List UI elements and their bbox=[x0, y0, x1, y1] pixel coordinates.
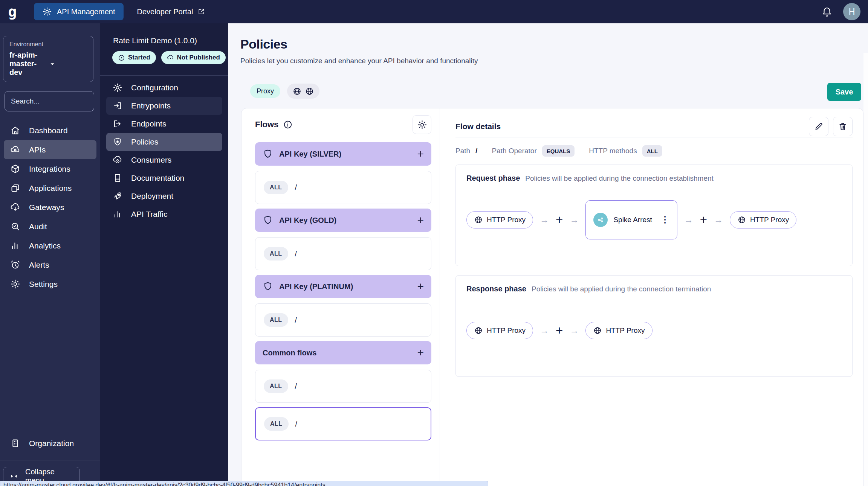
building-icon bbox=[10, 438, 20, 448]
rocket-icon bbox=[113, 191, 122, 201]
bar-chart-icon bbox=[10, 241, 20, 251]
add-policy-button[interactable]: + bbox=[700, 213, 707, 226]
api-item-label: API Traffic bbox=[131, 210, 167, 219]
sidebar-item-label: Organization bbox=[29, 439, 74, 448]
api-title: Rate Limit Demo (1.0.0) bbox=[100, 23, 228, 45]
flows-settings-button[interactable] bbox=[413, 115, 431, 134]
add-flow-button[interactable]: + bbox=[417, 148, 424, 160]
policy-step-spike-arrest[interactable]: Spike Arrest ⋮ bbox=[585, 200, 677, 239]
path-value: / bbox=[475, 147, 477, 155]
api-item-api-traffic[interactable]: API Traffic bbox=[106, 205, 222, 223]
cloud-gear-icon bbox=[10, 145, 20, 155]
sidebar-divider bbox=[0, 460, 100, 460]
api-item-entrypoints[interactable]: Entrypoints bbox=[106, 97, 222, 115]
sidebar-item-organization[interactable]: Organization bbox=[4, 434, 96, 453]
windows-icon bbox=[10, 183, 20, 193]
method-badge: ALL bbox=[264, 247, 288, 261]
edit-flow-button[interactable] bbox=[809, 117, 828, 136]
flow-group-label: API Key (GOLD) bbox=[279, 216, 336, 225]
endpoint-connector: HTTP Proxy bbox=[585, 322, 652, 339]
sidebar-item-label: Applications bbox=[29, 184, 72, 193]
collapse-icon bbox=[9, 472, 18, 481]
delete-flow-button[interactable] bbox=[833, 117, 853, 136]
sidebar-item-dashboard[interactable]: Dashboard bbox=[4, 121, 96, 140]
notifications-bell-icon[interactable] bbox=[821, 6, 833, 17]
connector-chip bbox=[287, 84, 319, 99]
page-subtitle: Policies let you customize and enhance y… bbox=[228, 52, 868, 65]
api-type-chips: Proxy bbox=[250, 84, 319, 99]
flow-group-api-key-silver[interactable]: API Key (SILVER) + bbox=[255, 142, 431, 166]
save-button[interactable]: Save bbox=[827, 83, 861, 101]
api-status-badges: Started Not Published bbox=[112, 51, 228, 64]
sidebar-item-label: Alerts bbox=[29, 261, 49, 270]
flow-item[interactable]: ALL / bbox=[255, 303, 431, 337]
home-icon bbox=[10, 125, 20, 136]
add-flow-button[interactable]: + bbox=[417, 214, 424, 227]
status-badge-started: Started bbox=[112, 51, 156, 64]
sidebar-item-audit[interactable]: Audit bbox=[4, 217, 96, 236]
policy-label: Spike Arrest bbox=[613, 216, 652, 224]
proxy-chip: Proxy bbox=[250, 84, 280, 98]
add-flow-button[interactable]: + bbox=[417, 346, 424, 359]
flow-path: / bbox=[295, 316, 297, 325]
api-item-label: Consumers bbox=[131, 155, 171, 165]
sidebar-item-applications[interactable]: Applications bbox=[4, 178, 96, 198]
sidebar-item-apis[interactable]: APIs bbox=[4, 140, 96, 159]
play-circle-icon bbox=[118, 54, 125, 61]
flow-group-common-flows[interactable]: Common flows + bbox=[255, 341, 431, 364]
sidebar-item-alerts[interactable]: Alerts bbox=[4, 255, 96, 274]
chevron-down-icon bbox=[48, 60, 87, 68]
sidebar-item-gateways[interactable]: Gateways bbox=[4, 198, 96, 217]
gravitee-logo[interactable]: g bbox=[0, 5, 25, 19]
flow-details-title: Flow details bbox=[455, 122, 501, 131]
flow-item[interactable]: ALL / bbox=[255, 171, 431, 204]
connector-label: HTTP Proxy bbox=[750, 216, 789, 224]
add-policy-button[interactable]: + bbox=[556, 324, 563, 337]
flow-path: / bbox=[295, 250, 297, 258]
api-item-endpoints[interactable]: Endpoints bbox=[106, 115, 222, 133]
flow-arrow-icon: → bbox=[540, 215, 549, 224]
cloud-user-icon bbox=[113, 155, 122, 165]
sidebar-item-settings[interactable]: Settings bbox=[4, 274, 96, 294]
policy-menu-button[interactable]: ⋮ bbox=[661, 215, 669, 225]
api-management-button[interactable]: API Management bbox=[34, 3, 124, 20]
flow-arrow-icon: → bbox=[714, 215, 723, 224]
flow-item[interactable]: ALL / bbox=[255, 370, 431, 403]
flow-group-api-key-platinum[interactable]: API Key (PLATINUM) + bbox=[255, 275, 431, 298]
main-content: Policies Policies let you customize and … bbox=[228, 23, 868, 486]
environment-select[interactable]: Environment fr-apim-master-dev bbox=[3, 36, 93, 82]
api-item-policies[interactable]: Policies bbox=[106, 133, 222, 151]
add-policy-button[interactable]: + bbox=[556, 213, 563, 226]
info-icon[interactable] bbox=[283, 120, 293, 129]
api-item-documentation[interactable]: Documentation bbox=[106, 169, 222, 187]
flows-title: Flows bbox=[255, 120, 278, 129]
search-check-icon bbox=[10, 221, 20, 232]
scrollbar-track[interactable] bbox=[863, 53, 868, 486]
developer-portal-label: Developer Portal bbox=[137, 8, 193, 16]
developer-portal-link[interactable]: Developer Portal bbox=[137, 8, 205, 16]
book-icon bbox=[113, 173, 122, 183]
path-label: Path bbox=[455, 147, 470, 155]
sidebar-item-integrations[interactable]: Integrations bbox=[4, 159, 96, 178]
cube-icon bbox=[10, 164, 20, 174]
add-flow-button[interactable]: + bbox=[417, 280, 424, 293]
flow-group-api-key-gold[interactable]: API Key (GOLD) + bbox=[255, 209, 431, 232]
flow-item[interactable]: ALL / bbox=[255, 237, 431, 270]
sidebar-search bbox=[5, 91, 94, 111]
api-item-configuration[interactable]: Configuration bbox=[106, 79, 222, 97]
flow-item-selected[interactable]: ALL / bbox=[255, 407, 431, 440]
shield-icon bbox=[263, 215, 273, 225]
bar-chart-icon bbox=[113, 209, 122, 219]
request-phase-title: Request phase bbox=[466, 174, 520, 183]
method-badge: ALL bbox=[264, 417, 289, 431]
response-phase-card: Response phase Policies will be applied … bbox=[455, 275, 853, 377]
user-avatar[interactable]: H bbox=[843, 3, 860, 20]
api-item-deployment[interactable]: Deployment bbox=[106, 187, 222, 205]
sidebar-item-analytics[interactable]: Analytics bbox=[4, 236, 96, 255]
api-item-consumers[interactable]: Consumers bbox=[106, 151, 222, 169]
connector-label: HTTP Proxy bbox=[487, 216, 526, 224]
api-item-label: Entrypoints bbox=[131, 101, 171, 110]
connector-label: HTTP Proxy bbox=[606, 326, 645, 335]
app-root: g API Management Developer Portal H Envi… bbox=[0, 0, 868, 486]
search-input[interactable] bbox=[11, 97, 103, 105]
